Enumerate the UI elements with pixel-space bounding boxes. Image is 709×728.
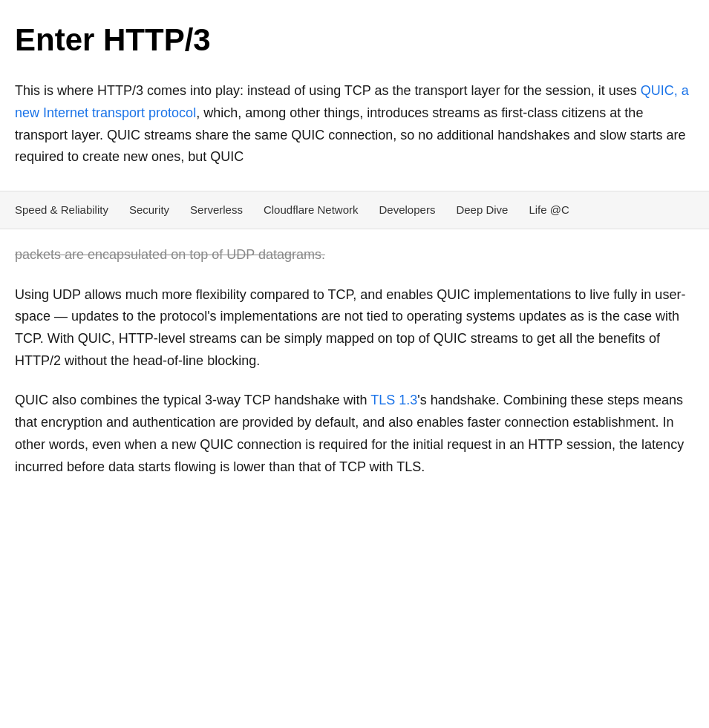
page-title: Enter HTTP/3 [15, 22, 694, 58]
intro-paragraph: This is where HTTP/3 comes into play: in… [15, 80, 694, 168]
post-nav-content: packets are encapsulated on top of UDP d… [0, 229, 709, 518]
strikethrough-paragraph: packets are encapsulated on top of UDP d… [15, 244, 694, 266]
intro-text-before: This is where HTTP/3 comes into play: in… [15, 83, 641, 98]
nav-item-deep-dive[interactable]: Deep Dive [445, 191, 518, 229]
tls-link[interactable]: TLS 1.3 [370, 393, 417, 407]
nav-item-life[interactable]: Life @C [518, 191, 579, 229]
nav-item-security[interactable]: Security [119, 191, 180, 229]
category-nav: Speed & Reliability Security Serverless … [0, 191, 709, 229]
nav-item-developers[interactable]: Developers [369, 191, 446, 229]
nav-item-speed-reliability[interactable]: Speed & Reliability [15, 191, 119, 229]
nav-item-serverless[interactable]: Serverless [180, 191, 253, 229]
udp-paragraph: Using UDP allows much more flexibility c… [15, 284, 694, 373]
quic-tls-text-before: QUIC also combines the typical 3-way TCP… [15, 393, 370, 407]
quic-tls-paragraph: QUIC also combines the typical 3-way TCP… [15, 390, 694, 478]
nav-item-cloudflare-network[interactable]: Cloudflare Network [253, 191, 369, 229]
main-content: Enter HTTP/3 This is where HTTP/3 comes … [0, 0, 709, 191]
